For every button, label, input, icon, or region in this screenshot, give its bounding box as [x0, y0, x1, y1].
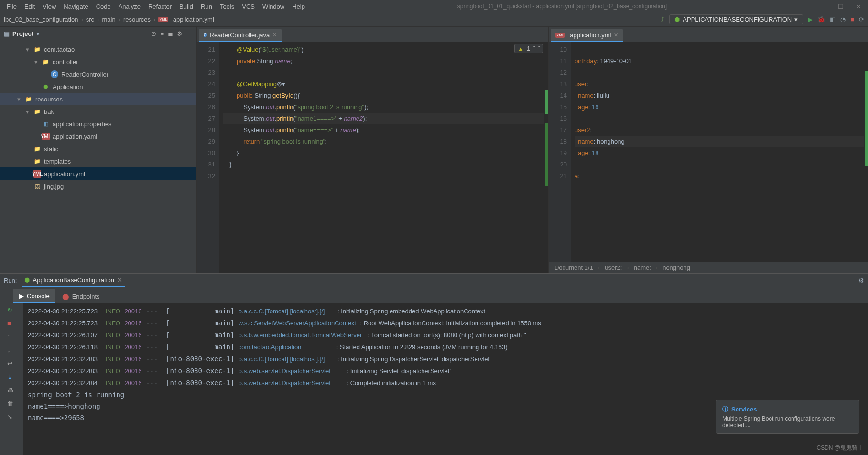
down-icon[interactable]: ↓ — [7, 346, 16, 355]
menu-tools[interactable]: Tools — [217, 1, 237, 11]
tree-node-ReaderController[interactable]: CReaderController — [0, 68, 196, 80]
crumb-main[interactable]: main — [102, 16, 115, 23]
tree-node-resources[interactable]: ▾📁resources — [0, 93, 196, 105]
print-icon[interactable]: 🖶 — [7, 387, 16, 395]
breadcrumb-status: Document 1/1› user2:› name:› honghong — [549, 262, 868, 273]
down-icon[interactable]: ˇ — [538, 45, 540, 52]
project-icon: ▤ — [4, 30, 10, 37]
update-icon[interactable]: ⟳ — [859, 16, 864, 23]
rerun-icon[interactable]: ↻ — [7, 306, 16, 315]
run-tab-label: ApplicationBaseConfiguration — [33, 277, 114, 284]
inspection-badge[interactable]: ▲ 1 ˆ ˇ — [514, 44, 543, 53]
code-editor-left[interactable]: 21 22 23 24 25 26 27 28 29 30 31 32 @Val… — [197, 42, 548, 273]
project-tree[interactable]: ▾📁com.taotao▾📁controllerCReaderControlle… — [0, 41, 196, 273]
tree-node-bak[interactable]: ▾📁bak — [0, 105, 196, 118]
menu-file[interactable]: File — [4, 1, 20, 11]
stop-icon[interactable]: ■ — [7, 320, 16, 328]
java-icon: C — [204, 33, 207, 37]
minimize-icon[interactable]: — — [816, 1, 828, 11]
run-config-selector[interactable]: ⬢ APPLICATIONBASECONFIGURATION ▾ — [669, 14, 803, 24]
chevron-down-icon: ▾ — [794, 16, 798, 23]
editor-left: C ReaderController.java ✕ 21 22 23 24 25… — [197, 27, 549, 273]
menu-edit[interactable]: Edit — [22, 1, 38, 11]
close-tab-icon[interactable]: ✕ — [614, 32, 618, 38]
tab-console[interactable]: ▶ Console — [13, 289, 55, 303]
gear-icon[interactable]: ⚙ — [177, 30, 183, 37]
menu-view[interactable]: View — [40, 1, 59, 11]
menu-build[interactable]: Build — [176, 1, 196, 11]
run-icon[interactable]: ▶ — [808, 16, 813, 23]
tree-node-application-properties[interactable]: ◧application.properties — [0, 118, 196, 130]
build-icon[interactable]: ⤴ — [661, 16, 664, 23]
notif-title: Services — [731, 406, 757, 413]
chevron-down-icon[interactable]: ▾ — [36, 30, 40, 37]
tree-node-static[interactable]: 📁static — [0, 143, 196, 155]
notif-message: Multiple Spring Boot run configurations … — [722, 415, 853, 429]
tree-node-Application[interactable]: ⬢Application — [0, 80, 196, 93]
tab-label: application.yml — [570, 32, 611, 39]
crumb-src[interactable]: src — [86, 16, 94, 23]
soft-wrap-icon[interactable]: ↩ — [7, 360, 16, 368]
main-menubar: File Edit View Navigate Code Analyze Ref… — [0, 0, 868, 12]
crumb-resources[interactable]: resources — [123, 16, 151, 23]
exit-icon[interactable]: ↘ — [7, 413, 16, 422]
crumb-user2[interactable]: user2: — [605, 264, 622, 271]
menu-vcs[interactable]: VCS — [239, 1, 258, 11]
menu-code[interactable]: Code — [93, 1, 114, 11]
tree-node-controller[interactable]: ▾📁controller — [0, 55, 196, 68]
tab-application-yml[interactable]: YML application.yml ✕ — [551, 29, 623, 42]
clear-icon[interactable]: 🗑 — [7, 400, 16, 409]
warning-count: 1 — [527, 45, 530, 52]
collapse-icon[interactable]: ≣ — [168, 30, 173, 37]
menu-help[interactable]: Help — [289, 1, 308, 11]
change-marker — [865, 71, 868, 166]
up-icon[interactable]: ˆ — [533, 45, 535, 52]
menu-navigate[interactable]: Navigate — [61, 1, 91, 11]
window-title: springboot_01_01_quickstart - applicatio… — [310, 3, 814, 10]
tree-node-application-yml[interactable]: YMLapplication.yml — [0, 167, 196, 180]
expand-icon[interactable]: ≡ — [160, 30, 164, 37]
change-marker — [545, 90, 548, 114]
coverage-icon[interactable]: ◧ — [830, 16, 835, 23]
crumb-name[interactable]: name: — [634, 264, 651, 271]
debug-icon[interactable]: 🐞 — [817, 16, 825, 23]
crumb-module[interactable]: ibc_02_base_configuration — [4, 16, 78, 23]
crumb-file[interactable]: application.yml — [173, 16, 214, 23]
tab-endpoints[interactable]: ⬤ Endpoints — [56, 289, 106, 303]
tree-node-templates[interactable]: 📁templates — [0, 155, 196, 167]
profile-icon[interactable]: ◔ — [840, 16, 846, 23]
close-icon[interactable]: ✕ — [117, 277, 122, 284]
run-label: Run: — [4, 277, 17, 284]
up-icon[interactable]: ↑ — [7, 333, 16, 342]
stop-icon[interactable]: ■ — [850, 16, 854, 23]
menu-window[interactable]: Window — [260, 1, 287, 11]
services-notification[interactable]: ⓘServices Multiple Spring Boot run confi… — [716, 400, 859, 434]
crumb-value: honghong — [662, 264, 690, 271]
tree-node-jing-jpg[interactable]: 🖼jing.jpg — [0, 180, 196, 192]
hide-icon[interactable]: — — [186, 30, 193, 37]
tree-node-com-taotao[interactable]: ▾📁com.taotao — [0, 43, 196, 55]
code-editor-right[interactable]: 10 11 12 13 14 15 16 17 18 19 20 21 birt… — [549, 42, 868, 262]
gear-icon[interactable]: ⚙ — [858, 277, 864, 284]
yml-icon: YML — [555, 33, 565, 38]
menu-refactor[interactable]: Refactor — [145, 1, 174, 11]
locate-icon[interactable]: ⊙ — [151, 30, 156, 37]
tree-node-application-yaml[interactable]: YMLapplication.yaml — [0, 130, 196, 143]
warning-icon: ▲ — [518, 45, 524, 52]
run-tab-app[interactable]: ⬢ ApplicationBaseConfiguration ✕ — [22, 275, 125, 287]
info-icon: ⓘ — [722, 405, 728, 413]
menu-analyze[interactable]: Analyze — [116, 1, 143, 11]
tab-label: ReaderController.java — [210, 32, 270, 39]
navigation-bar: ibc_02_base_configuration› src› main› re… — [0, 12, 868, 27]
menu-run[interactable]: Run — [198, 1, 215, 11]
spring-icon: ⬢ — [24, 277, 30, 284]
console-icon: ▶ — [19, 292, 24, 300]
close-tab-icon[interactable]: ✕ — [272, 32, 277, 38]
scroll-icon[interactable]: ⤓ — [7, 373, 16, 382]
run-toolbar: ↻ ■ ↑ ↓ ↩ ⤓ 🖶 🗑 ↘ — [0, 303, 23, 455]
doc-position: Document 1/1 — [554, 264, 593, 271]
tab-reader-controller[interactable]: C ReaderController.java ✕ — [199, 29, 282, 42]
yml-icon: YML — [158, 17, 168, 22]
close-icon[interactable]: ✕ — [853, 1, 864, 11]
maximize-icon[interactable]: ☐ — [835, 1, 846, 11]
